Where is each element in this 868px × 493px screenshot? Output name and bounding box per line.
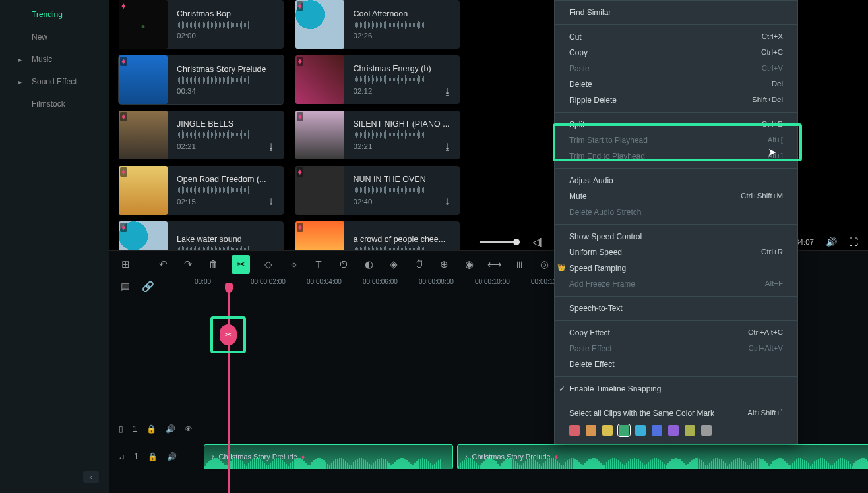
ctx-copy[interactable]: CopyCtrl+C xyxy=(555,45,797,61)
track-card[interactable]: ♦Christmas Story Prelude00:34 xyxy=(119,55,284,104)
undo-button[interactable]: ↶ xyxy=(156,258,170,270)
ctx-enable-timeline-snapping[interactable]: ✓Enable Timeline Snapping xyxy=(555,381,797,397)
track-title: Lake water sound xyxy=(177,235,276,244)
playhead[interactable] xyxy=(228,283,230,493)
ctx-delete[interactable]: DeleteDel xyxy=(555,76,797,92)
delete-button[interactable]: 🗑 xyxy=(206,258,220,270)
track-duration: 02:12 xyxy=(354,87,373,95)
ctx-uniform-speed[interactable]: Uniform SpeedCtrl+R xyxy=(555,245,797,260)
color-swatch[interactable] xyxy=(635,425,646,436)
download-icon[interactable]: ⭳ xyxy=(443,86,452,96)
sidebar-item-filmstock[interactable]: Filmstock xyxy=(0,93,109,115)
adjust-button[interactable]: ⟷ xyxy=(487,258,501,270)
color-swatch[interactable] xyxy=(619,425,629,436)
color-swatch[interactable] xyxy=(701,425,712,436)
context-menu: Find SimilarCutCtrl+XCopyCtrl+CPasteCtrl… xyxy=(554,0,798,444)
effect-button[interactable]: ◎ xyxy=(538,258,551,270)
heart-icon: ♦ xyxy=(297,57,304,66)
ctx-delete-audio-stretch: Delete Audio Stretch xyxy=(555,204,797,220)
ctx-speech-to-text[interactable]: Speech-to-Text xyxy=(555,301,797,316)
fullscreen-icon[interactable]: ⛶ xyxy=(849,237,858,247)
audio-clip[interactable]: ♪ Christmas Story Prelude ♦ xyxy=(457,444,868,469)
duration-button[interactable]: ⏱ xyxy=(412,258,425,270)
sidebar-item-new[interactable]: New xyxy=(0,26,109,48)
lock-icon[interactable]: 🔒 xyxy=(146,424,156,434)
volume-slider[interactable] xyxy=(480,241,520,243)
track-card[interactable]: ♦JINGLE BELLS02:21⭳ xyxy=(119,111,284,160)
track-card[interactable]: ♦a crowd of people chee... xyxy=(295,221,460,250)
color-swatch[interactable] xyxy=(569,425,580,436)
mute-icon[interactable]: 🔊 xyxy=(166,424,175,434)
crop-button[interactable]: ⟐ xyxy=(287,258,300,270)
track-title: Cool Afternoon xyxy=(354,9,452,18)
split-marker-highlight: ✂ xyxy=(210,316,246,353)
ctx-label: Delete xyxy=(569,80,592,89)
track-card[interactable]: ♦Open Road Freedom (...02:15⭳ xyxy=(119,166,284,215)
ctx-copy-effect[interactable]: Copy EffectCtrl+Alt+C xyxy=(555,325,797,341)
track-duration: 02:21 xyxy=(354,142,373,150)
track-card[interactable]: ♦NUN IN THE OVEN02:40⭳ xyxy=(295,166,460,215)
redo-button[interactable]: ↷ xyxy=(181,258,195,270)
track-card[interactable]: ♦Christmas Bop02:00 xyxy=(119,0,284,49)
ctx-select-all-clips-with-the-same-color-mark[interactable]: Select all Clips with the Same Color Mar… xyxy=(555,405,797,421)
ctx-mute[interactable]: MuteCtrl+Shift+M xyxy=(555,188,797,204)
ctx-label: Ripple Delete xyxy=(569,96,617,105)
audio-clip[interactable]: ♪ Christmas Story Prelude ♦ xyxy=(204,444,453,469)
track-menu-icon[interactable]: ▤ xyxy=(119,281,132,293)
color-swatch[interactable] xyxy=(652,425,662,436)
grid-icon[interactable]: ⊞ xyxy=(119,258,132,270)
ctx-cut[interactable]: CutCtrl+X xyxy=(555,29,797,45)
sidebar-collapse-button[interactable]: ‹ xyxy=(83,471,99,483)
sidebar-item-music[interactable]: Music xyxy=(0,48,109,71)
ctx-split[interactable]: SplitCtrl+B xyxy=(555,117,797,132)
ctx-speed-ramping[interactable]: 👑Speed Ramping xyxy=(555,260,797,276)
download-icon[interactable]: ⭳ xyxy=(443,142,452,152)
color-swatch[interactable] xyxy=(668,425,679,436)
track-card[interactable]: ♦Cool Afternoon02:26 xyxy=(295,0,460,49)
track-thumbnail: ♦ xyxy=(119,0,168,49)
prev-frame-button[interactable]: ◁| xyxy=(532,237,542,247)
ctx-find-similar[interactable]: Find Similar xyxy=(555,5,797,20)
track-title: Christmas Bop xyxy=(177,9,276,18)
sidebar-item-sound-effect[interactable]: Sound Effect xyxy=(0,71,109,93)
ctx-ripple-delete[interactable]: Ripple DeleteShift+Del xyxy=(555,92,797,108)
split-button[interactable]: ✂ xyxy=(232,255,250,274)
heart-icon: ♦ xyxy=(120,167,127,177)
ctx-label: Paste Effect xyxy=(569,344,611,353)
heart-icon: ♦ xyxy=(120,57,127,66)
mute-icon[interactable]: 🔊 xyxy=(167,452,177,461)
waveform-mini xyxy=(354,246,452,250)
marker-button[interactable]: ◇ xyxy=(262,258,275,270)
ctx-delete-effect[interactable]: Delete Effect xyxy=(555,357,797,372)
download-icon[interactable]: ⭳ xyxy=(267,142,276,152)
track-title: a crowd of people chee... xyxy=(354,235,452,244)
sidebar-item-trending[interactable]: Trending xyxy=(0,3,109,26)
ctx-adjust-audio[interactable]: Adjust Audio xyxy=(555,173,797,188)
track-card[interactable]: ♦SILENT NIGHT (PIANO ...02:21⭳ xyxy=(295,111,460,160)
track-title: Christmas Story Prelude xyxy=(177,65,276,74)
ctx-label: Adjust Audio xyxy=(569,176,613,185)
video-track-icon[interactable]: ▯ xyxy=(119,424,123,434)
color-swatch[interactable] xyxy=(685,425,695,436)
tag-button[interactable]: ◉ xyxy=(462,258,476,270)
text-button[interactable]: T xyxy=(312,258,325,270)
keyframe-button[interactable]: ◈ xyxy=(387,258,400,270)
color-swatch[interactable] xyxy=(602,425,613,436)
audio-button[interactable]: ⫼ xyxy=(512,258,526,270)
track-card[interactable]: ♦Christmas Energy (b)02:12⭳ xyxy=(295,55,460,104)
track-card[interactable]: ♦Lake water sound xyxy=(119,221,284,250)
speed-button[interactable]: ⏲ xyxy=(337,258,350,270)
ctx-paste: PasteCtrl+V xyxy=(555,61,797,76)
color-button[interactable]: ◐ xyxy=(362,258,375,270)
audio-track-icon[interactable]: ♫ xyxy=(119,452,125,461)
lock-icon[interactable]: 🔒 xyxy=(148,452,158,461)
ctx-shortcut: Alt+Shift+` xyxy=(747,409,783,418)
volume-icon[interactable]: 🔊 xyxy=(826,237,837,247)
expand-button[interactable]: ⊕ xyxy=(437,258,450,270)
link-icon[interactable]: 🔗 xyxy=(141,281,154,293)
download-icon[interactable]: ⭳ xyxy=(443,197,452,207)
ctx-show-speed-control[interactable]: Show Speed Control xyxy=(555,229,797,245)
eye-icon[interactable]: 👁 xyxy=(185,424,193,434)
download-icon[interactable]: ⭳ xyxy=(267,197,276,207)
color-swatch[interactable] xyxy=(586,425,596,436)
